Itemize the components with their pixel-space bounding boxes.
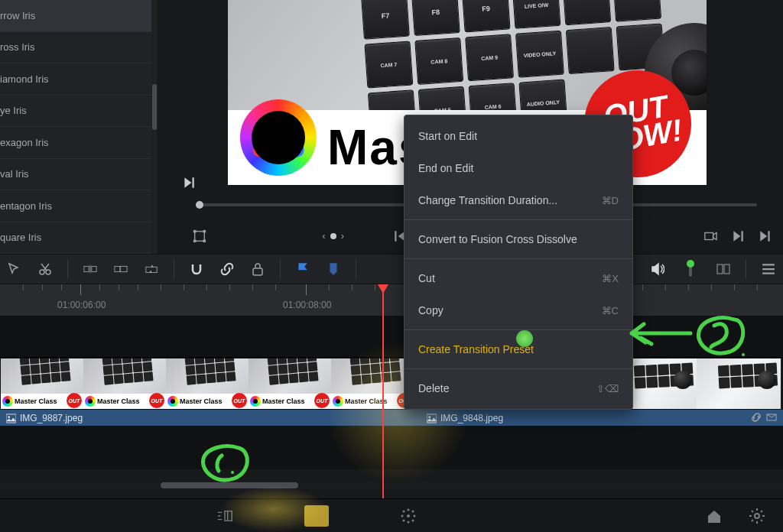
svg-point-24 [407,514,410,517]
context-menu: Start on EditEnd on EditChange Transitio… [404,115,633,410]
kb-key: F9 [462,0,511,32]
edit-toolbar [0,254,783,284]
image-icon [427,414,437,423]
context-menu-item[interactable]: Cut⌘X [404,262,632,294]
effect-item[interactable]: exagon Iris [0,127,153,159]
svg-rect-18 [427,414,437,422]
compare-nav[interactable]: ‹› [322,230,344,242]
transform-icon[interactable] [190,226,210,246]
effects-scrollbar[interactable] [151,0,158,254]
svg-rect-9 [92,266,96,271]
video-track[interactable]: Master ClassOUT Master ClassOUT Master C… [0,358,783,410]
replace-icon[interactable] [143,259,160,279]
kb-key: F8 [411,0,460,36]
svg-rect-4 [203,239,206,242]
effect-item[interactable]: iamond Iris [0,63,153,96]
clip-label-row: IMG_9887.jpeg IMG_9848.jpeg [0,410,783,427]
effect-item[interactable]: quare Iris [0,222,153,255]
svg-point-25 [408,508,410,511]
context-menu-item[interactable]: End on Edit [404,152,632,184]
effect-item[interactable]: ye Iris [0,96,153,128]
clip-link-icons[interactable] [751,412,777,423]
timeline-scrollbar[interactable] [0,482,783,489]
dual-view-icon[interactable] [715,259,732,279]
svg-rect-0 [195,231,205,241]
svg-point-33 [755,514,759,518]
svg-rect-10 [115,266,120,271]
snap-icon[interactable] [188,259,205,279]
svg-rect-3 [193,239,197,242]
svg-point-17 [8,416,10,418]
svg-rect-16 [6,414,16,422]
settings-icon[interactable] [746,505,768,527]
last-frame-icon[interactable] [755,226,775,246]
clip-label-a[interactable]: IMG_9887.jpeg [2,410,87,427]
kb-key: F7 [361,0,410,40]
kb-key: CAM 9 [465,34,514,81]
ruler-label: 01:00:08:00 [283,300,331,310]
play-next-icon[interactable] [182,176,199,193]
kb-key: CAM 7 [364,41,413,88]
image-icon [6,414,16,423]
context-menu-item[interactable]: Start on Edit [404,120,632,152]
volume-slider[interactable] [680,260,701,278]
edit-page-icon[interactable] [304,505,329,527]
flag-icon[interactable] [294,264,311,274]
svg-rect-8 [84,266,89,271]
context-menu-item[interactable]: Delete⇧⌫ [404,372,632,404]
svg-point-19 [428,416,430,418]
fusion-page-icon[interactable] [398,505,419,527]
svg-point-29 [403,510,405,512]
home-icon[interactable] [703,505,725,527]
timeline-playhead[interactable] [382,284,384,498]
marker-icon[interactable] [325,264,342,274]
svg-rect-11 [120,266,127,271]
loop-icon[interactable] [700,226,720,246]
speaker-icon[interactable] [649,259,666,279]
kb-key [562,0,611,25]
timeline-ruler[interactable]: 01:00:06:00 01:00:08:00 [0,284,783,316]
kb-key: CAM 8 [414,37,463,85]
svg-rect-15 [724,264,729,274]
link-icon[interactable] [219,259,236,279]
svg-point-27 [401,514,404,517]
lock-icon[interactable] [249,259,266,279]
ruler-label: 01:00:06:00 [57,300,106,310]
context-menu-item[interactable]: Copy⌘C [404,294,632,326]
svg-rect-5 [705,232,713,239]
resolve-logo-icon [240,99,317,176]
svg-point-26 [408,521,410,523]
clip-a[interactable]: Master ClassOUT Master ClassOUT Master C… [0,358,424,410]
cut-page-icon[interactable] [214,505,236,527]
next-icon[interactable] [728,226,748,246]
effect-item[interactable]: rrow Iris [0,0,153,32]
blank-panel [158,0,182,172]
cursor-dot [516,330,533,347]
timeline[interactable]: 01:00:06:00 01:00:08:00 Master ClassOUT … [0,284,783,498]
context-menu-item[interactable]: Convert to Fusion Cross Dissolve [404,223,632,255]
effect-item[interactable]: ross Iris [0,32,153,64]
kb-key: VIDEO ONLY [515,31,564,78]
effect-item[interactable]: entagon Iris [0,190,153,222]
kb-key [612,0,661,22]
svg-rect-1 [193,229,197,232]
effect-item[interactable]: val Iris [0,159,153,191]
kb-key: LIVE O/W [512,0,561,29]
selection-tool-icon[interactable] [6,259,23,279]
svg-rect-14 [717,264,723,274]
svg-point-31 [403,519,405,521]
svg-point-30 [412,510,414,512]
svg-point-32 [412,519,414,521]
page-nav [0,498,783,532]
kb-key [566,27,615,74]
effects-panel: rrow Iris ross Iris iamond Iris ye Iris … [0,0,153,254]
menu-icon[interactable] [760,259,777,279]
overwrite-icon[interactable] [112,259,129,279]
insert-icon[interactable] [82,259,99,279]
razor-tool-icon[interactable] [37,259,54,279]
svg-point-28 [414,514,416,517]
context-menu-item[interactable]: Change Transition Duration...⌘D [404,184,632,216]
clip-label-b[interactable]: IMG_9848.jpeg [422,410,508,427]
svg-rect-2 [203,229,206,232]
svg-rect-13 [253,268,262,275]
